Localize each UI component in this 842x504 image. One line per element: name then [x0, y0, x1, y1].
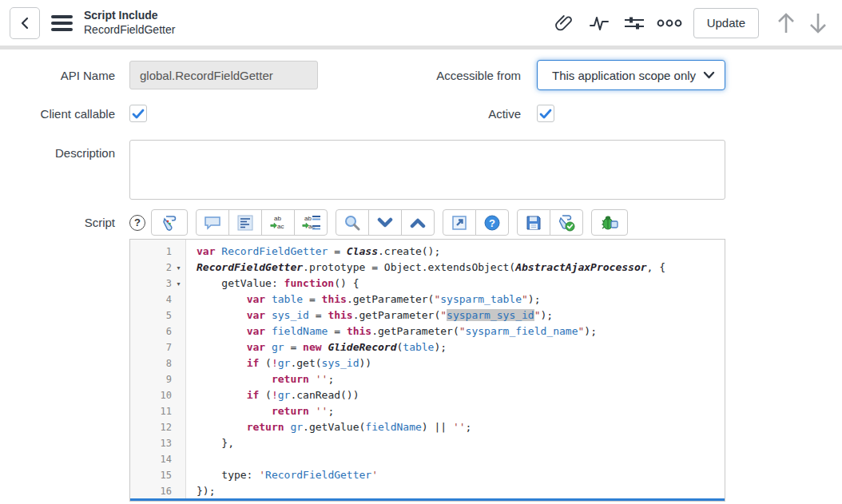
code-line[interactable]: var gr = new GlideRecord(table); — [197, 339, 725, 355]
checkmark-icon — [539, 109, 552, 119]
code-line[interactable]: getValue: function() { — [197, 276, 725, 292]
replace-button[interactable]: ab ac — [261, 209, 295, 236]
code-line[interactable]: var RecordFieldGetter = Class.create(); — [197, 244, 725, 260]
description-textarea[interactable] — [129, 140, 725, 200]
save-script-button[interactable] — [517, 209, 550, 236]
attachment-button[interactable] — [546, 7, 582, 39]
line-number: 8 — [130, 355, 185, 371]
svg-text:ab: ab — [304, 215, 312, 222]
line-number: 11 — [130, 403, 185, 419]
active-checkbox[interactable] — [537, 105, 554, 122]
toggle-syntax-editor-button[interactable] — [151, 209, 188, 236]
chevron-left-icon — [19, 17, 30, 30]
line-number: 16 — [130, 483, 185, 499]
record-name: RecordFieldGetter — [84, 23, 175, 38]
api-name-label: API Name — [0, 69, 118, 82]
ellipsis-icon — [657, 18, 682, 28]
line-number: 7 — [130, 339, 185, 355]
code-line[interactable]: }); — [197, 483, 725, 499]
help-circle-icon: ? — [483, 214, 501, 232]
accessible-from-label: Accessible from — [415, 69, 524, 82]
code-line[interactable]: var sys_id = this.getParameter("sysparm_… — [197, 308, 725, 323]
code-line[interactable]: var fieldName = this.getParameter("syspa… — [197, 323, 725, 339]
paperclip-icon — [554, 13, 574, 34]
more-options-button[interactable] — [652, 7, 687, 39]
popout-editor-button[interactable] — [443, 209, 476, 236]
code-line[interactable]: }, — [197, 435, 725, 451]
search-icon — [344, 214, 361, 232]
code-line[interactable]: return ''; — [197, 371, 725, 387]
field-help-icon[interactable]: ? — [129, 215, 145, 231]
floppy-disk-icon — [526, 215, 542, 231]
sliders-icon — [623, 13, 645, 34]
code-line[interactable]: if (!gr.canRead()) — [197, 387, 725, 403]
format-code-button[interactable] — [228, 209, 262, 236]
script-editor-toolbar: ? — [129, 209, 842, 236]
form-header: Script Include RecordFieldGetter — [0, 0, 842, 50]
chevron-down-bold-icon — [377, 217, 393, 228]
popout-arrow-icon — [451, 215, 467, 231]
code-line[interactable]: var table = this.getParameter("sysparm_t… — [197, 292, 725, 308]
chevron-up-bold-icon — [410, 217, 426, 228]
client-callable-label: Client callable — [0, 107, 118, 121]
line-number: 9 — [130, 371, 185, 387]
previous-record-button[interactable] — [770, 7, 802, 39]
scroll-check-icon — [557, 214, 576, 232]
code-line[interactable]: return ''; — [197, 403, 725, 419]
find-previous-button[interactable] — [401, 209, 435, 236]
code-line[interactable]: return gr.getValue(fieldName) || ''; — [197, 419, 725, 435]
line-number: 2▾ — [130, 260, 185, 276]
personalize-form-button[interactable] — [617, 7, 652, 39]
form-context-menu-icon[interactable] — [51, 15, 73, 31]
line-number: 5 — [130, 308, 185, 323]
activity-pulse-icon — [588, 13, 610, 34]
activity-stream-button[interactable] — [582, 7, 617, 39]
active-label: Active — [415, 107, 524, 121]
next-record-button[interactable] — [802, 7, 834, 39]
code-line[interactable] — [197, 451, 725, 467]
line-number: 1 — [130, 244, 185, 260]
line-number: 15 — [130, 467, 185, 483]
scroll-icon — [161, 214, 178, 232]
syntax-check-button[interactable] — [550, 209, 583, 236]
replace-all-icon: ab ac — [300, 214, 321, 232]
bug-icon — [600, 214, 619, 232]
code-line[interactable]: if (!gr.get(sys_id)) — [197, 355, 725, 371]
page-title: Script Include — [84, 9, 175, 23]
chevron-down-icon — [703, 71, 715, 79]
code-editor[interactable]: 12▾3▾45678910111213141516 var RecordFiel… — [129, 239, 725, 502]
svg-text:?: ? — [489, 216, 495, 228]
line-number: 4 — [130, 292, 185, 308]
accessible-from-value: This application scope only — [552, 69, 696, 82]
back-button[interactable] — [10, 7, 40, 39]
line-number: 6 — [130, 323, 185, 339]
editor-gutter: 12▾3▾45678910111213141516 — [130, 240, 186, 501]
code-line[interactable]: RecordFieldGetter.prototype = Object.ext… — [197, 260, 725, 276]
line-number: 12 — [130, 419, 185, 435]
update-button[interactable]: Update — [693, 8, 759, 38]
line-number: 13 — [130, 435, 185, 451]
line-number: 14 — [130, 451, 185, 467]
description-label: Description — [0, 140, 118, 160]
client-callable-checkbox[interactable] — [129, 105, 147, 122]
line-number: 3▾ — [130, 276, 185, 292]
svg-text:ab: ab — [274, 215, 281, 222]
editor-code-area[interactable]: var RecordFieldGetter = Class.create();R… — [186, 240, 725, 501]
arrow-up-icon — [776, 11, 796, 35]
code-line[interactable]: type: 'RecordFieldGetter' — [197, 467, 725, 483]
help-button[interactable]: ? — [475, 209, 509, 236]
replace-all-button[interactable]: ab ac — [294, 209, 328, 236]
comment-bubble-icon — [204, 215, 221, 231]
debug-script-button[interactable] — [591, 209, 628, 236]
api-name-input[interactable] — [129, 61, 318, 89]
comment-code-button[interactable] — [196, 209, 229, 236]
search-button[interactable] — [336, 209, 369, 236]
line-number: 10 — [130, 387, 185, 403]
checkmark-icon — [132, 109, 145, 119]
editor-horizontal-scrollbar[interactable] — [130, 498, 725, 501]
script-include-form: API Name Accessible from This applicatio… — [0, 50, 842, 502]
accessible-from-select[interactable]: This application scope only — [537, 60, 725, 90]
replace-ab-ac-icon: ab ac — [268, 214, 288, 232]
record-title: Script Include RecordFieldGetter — [84, 9, 175, 37]
find-next-button[interactable] — [368, 209, 402, 236]
